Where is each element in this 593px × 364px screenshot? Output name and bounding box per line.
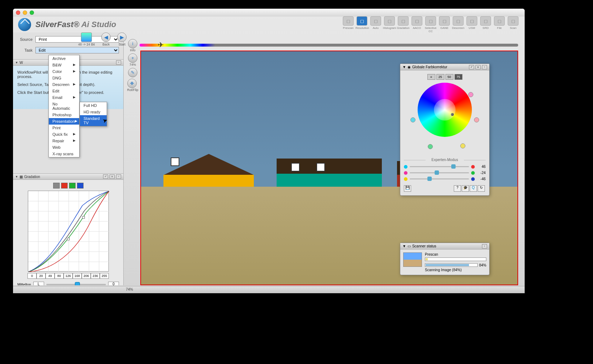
- expand-icon[interactable]: ▫: [482, 244, 487, 248]
- mittelton-value[interactable]: 0: [108, 282, 119, 285]
- menu-item-x-ray-scans[interactable]: X-ray scans: [49, 151, 79, 157]
- color-picker-dot[interactable]: [451, 113, 454, 116]
- quicktime-icon[interactable]: Q: [470, 185, 477, 192]
- gcc-tab-≡[interactable]: ≡: [427, 74, 435, 80]
- gcc-tab-50[interactable]: 50: [445, 74, 453, 80]
- vtool-Rot/Flip[interactable]: ✥Rot/Flip: [127, 79, 138, 92]
- vtool-74%[interactable]: +74%: [128, 53, 137, 66]
- gradation-num[interactable]: 168: [73, 273, 82, 279]
- minimize-icon[interactable]: [23, 10, 27, 15]
- check-icon[interactable]: ✓: [103, 174, 108, 179]
- handle-pink[interactable]: [468, 92, 473, 97]
- panel-toggle-icon[interactable]: ▫: [116, 60, 121, 65]
- swatch-blue[interactable]: [77, 183, 84, 188]
- menu-item-repair[interactable]: Repair▶: [49, 138, 79, 144]
- toolbar-srd[interactable]: ◻SRD: [479, 16, 492, 33]
- toolbar-gradation[interactable]: ◻Gradation: [397, 16, 410, 33]
- toolbar-descreen[interactable]: ◻Descreen: [452, 16, 465, 33]
- disclosure-icon[interactable]: ▼: [15, 61, 18, 64]
- close-panel-icon[interactable]: x: [110, 174, 115, 179]
- toolbar-gane[interactable]: ◻GANE: [438, 16, 451, 33]
- toolbar-scan[interactable]: ◻Scan: [507, 16, 520, 33]
- edu-icon[interactable]: 🎓: [462, 185, 469, 192]
- close-icon[interactable]: [16, 10, 20, 15]
- maximize-icon[interactable]: [30, 10, 34, 15]
- gradation-num[interactable]: 80: [55, 273, 64, 279]
- gradation-swatches[interactable]: [17, 183, 119, 188]
- gradation-curve[interactable]: [28, 191, 109, 272]
- submenu-item-hd-ready[interactable]: HD ready: [80, 109, 107, 115]
- task-menu[interactable]: ArchiveB&W▶Color▶DNGDescreen▶EditEmail▶N…: [48, 55, 80, 157]
- handle-red[interactable]: [474, 117, 479, 122]
- gradation-num[interactable]: 255: [100, 273, 109, 279]
- global-color-correction-panel[interactable]: ▼ ◉ Globale Farbkorrektur ✓ x ▫ ≡255075: [400, 64, 490, 196]
- toolbar-histogram[interactable]: ◻Histogram: [383, 16, 396, 33]
- gcc-tab-75[interactable]: 75: [455, 74, 462, 80]
- progress-slider[interactable]: ✈: [140, 42, 518, 48]
- menu-item-b&w[interactable]: B&W▶: [49, 62, 79, 68]
- start-button[interactable]: ▶Start: [117, 32, 127, 46]
- toolbar-file[interactable]: ◻File: [493, 16, 506, 33]
- task-label: Task: [17, 48, 33, 52]
- gradation-values: 0204980126168206236255: [17, 273, 119, 279]
- menu-item-archive[interactable]: Archive: [49, 55, 79, 62]
- titlebar[interactable]: [13, 9, 525, 17]
- disclosure-icon[interactable]: ▼: [402, 65, 406, 69]
- gcc-slider[interactable]: -46: [404, 177, 486, 181]
- menu-item-web[interactable]: Web: [49, 144, 79, 151]
- menu-item-email[interactable]: Email▶: [49, 94, 79, 101]
- expand-icon[interactable]: ▫: [482, 65, 487, 69]
- disclosure-icon[interactable]: ▼: [15, 175, 18, 178]
- mittelton-mode[interactable]: L: [33, 282, 44, 285]
- swatch-gray[interactable]: [53, 183, 60, 188]
- task-select[interactable]: Edit: [35, 47, 119, 53]
- gradation-num[interactable]: 206: [82, 273, 91, 279]
- menu-item-print[interactable]: Print: [49, 125, 79, 131]
- gradation-num[interactable]: 49: [46, 273, 55, 279]
- toolbar-prescan[interactable]: ◻Prescan: [342, 16, 355, 33]
- check-icon[interactable]: ✓: [469, 65, 474, 69]
- task-submenu[interactable]: Full HDHD readyStandard TV: [80, 102, 107, 126]
- save-preset-icon[interactable]: 💾: [404, 185, 411, 192]
- swatch-green[interactable]: [69, 183, 76, 188]
- reset-icon[interactable]: ↻: [478, 185, 485, 192]
- color-wheel[interactable]: [418, 83, 472, 137]
- close-panel-icon[interactable]: x: [475, 65, 481, 69]
- menu-item-color[interactable]: Color▶: [49, 68, 79, 75]
- gradation-num[interactable]: 126: [64, 273, 73, 279]
- menu-item-photoshop[interactable]: Photoshop: [49, 112, 79, 118]
- vtool-✎[interactable]: ✎: [128, 68, 137, 77]
- scanner-status-panel[interactable]: ▼ ▭ Scanner status ▫ Prescan 84% Scannin…: [400, 243, 490, 275]
- toolbar-selective-cc[interactable]: ◻Selective CC: [424, 16, 437, 33]
- menu-item-no-automatic[interactable]: No Automatic: [49, 101, 79, 112]
- gradation-num[interactable]: 20: [37, 273, 46, 279]
- back-button[interactable]: ◀Back: [101, 32, 111, 46]
- handle-green[interactable]: [428, 144, 433, 149]
- gcc-preset-tabs[interactable]: ≡255075: [404, 74, 486, 80]
- gcc-slider[interactable]: -24: [404, 171, 486, 175]
- submenu-item-full-hd[interactable]: Full HD: [80, 102, 107, 109]
- toolbar-auto[interactable]: ◻Auto: [369, 16, 382, 33]
- menu-item-edit[interactable]: Edit: [49, 88, 79, 94]
- handle-cyan[interactable]: [410, 117, 415, 122]
- expand-icon[interactable]: ▫: [116, 174, 121, 179]
- menu-item-presentation[interactable]: Presentation▶: [49, 118, 79, 125]
- menu-item-quick-fix[interactable]: Quick fix▶: [49, 131, 79, 138]
- menu-item-dng[interactable]: DNG: [49, 75, 79, 81]
- help-icon[interactable]: ?: [454, 185, 461, 192]
- gcc-slider[interactable]: 46: [404, 165, 486, 169]
- vtool-Info[interactable]: iInfo: [128, 39, 137, 52]
- mittelton-slider[interactable]: [46, 284, 106, 285]
- menu-item-descreen[interactable]: Descreen▶: [49, 81, 79, 88]
- handle-yellow[interactable]: [460, 143, 465, 148]
- toolbar-resolution[interactable]: ◻Resolution: [355, 16, 368, 33]
- toolbar-aaco[interactable]: ◻AACO: [410, 16, 423, 33]
- gradation-num[interactable]: 0: [27, 273, 37, 279]
- gradation-num[interactable]: 236: [91, 273, 100, 279]
- gcc-tab-25[interactable]: 25: [436, 74, 444, 80]
- toolbar-usm[interactable]: ◻USM: [465, 16, 478, 33]
- swatch-red[interactable]: [61, 183, 68, 188]
- gradation-header[interactable]: ▼ ▦ Gradation ✓ x ▫: [13, 173, 123, 180]
- airplane-icon[interactable]: ✈: [158, 40, 164, 49]
- disclosure-icon[interactable]: ▼: [402, 244, 406, 248]
